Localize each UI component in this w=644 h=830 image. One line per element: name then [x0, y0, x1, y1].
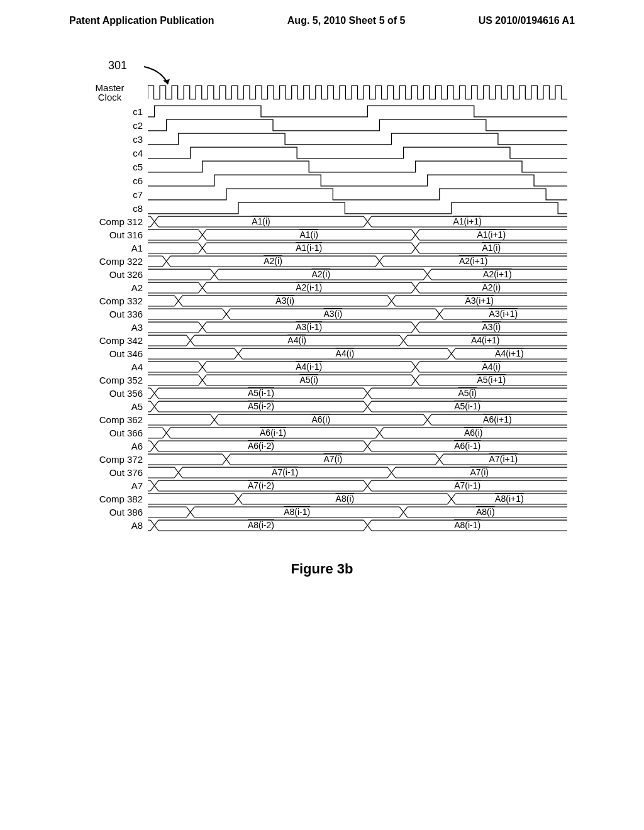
clock-label: c6	[77, 175, 148, 186]
signal-value: A7(i)	[470, 467, 489, 477]
signal-label: Comp 312	[77, 216, 148, 227]
signal-value: A3(i-1)	[296, 322, 322, 332]
clock-label: c4	[77, 148, 148, 158]
signal-label: A7	[77, 480, 148, 491]
signal-row: Comp 362A6(i)A6(i+1)	[77, 413, 567, 426]
clock-waveform	[148, 187, 567, 201]
signal-value: A6(i-1)	[260, 428, 286, 438]
clock-row-c4: c4	[77, 146, 567, 160]
signal-value: A8(i-1)	[454, 520, 480, 530]
signal-label: A4	[77, 362, 148, 372]
signal-label: Out 366	[77, 428, 148, 438]
figure-caption: Figure 3b	[0, 561, 644, 577]
signal-value: A8(i-1)	[284, 507, 310, 517]
clock-waveform	[148, 104, 567, 118]
master-clock-label: Master Clock	[77, 83, 148, 102]
signal-row: A1A1(i-1)A1(i)	[77, 241, 567, 255]
signal-row: Comp 352A5(i)A5(i+1)	[77, 374, 567, 387]
signal-waveform: A5(i-1)A5(i)	[148, 387, 567, 400]
signal-waveform: A3(i-1)A3(i)	[148, 321, 567, 334]
signal-label: Out 376	[77, 467, 148, 478]
signal-value: A8(i)	[476, 507, 495, 517]
signal-row: Comp 332A3(i)A3(i+1)	[77, 294, 567, 307]
clock-row-c1: c1	[77, 104, 567, 118]
clock-row-c8: c8	[77, 201, 567, 215]
clock-row-c5: c5	[77, 160, 567, 174]
signal-value: A5(i)	[299, 375, 318, 385]
signal-value: A6(i-2)	[248, 441, 274, 451]
reference-numeral: 301	[108, 59, 127, 72]
signal-label: Out 316	[77, 230, 148, 240]
clock-waveform	[148, 132, 567, 146]
signal-label: Out 326	[77, 269, 148, 280]
clock-row-c7: c7	[77, 187, 567, 201]
signal-value: A5(i)	[458, 388, 477, 398]
signal-label: Out 336	[77, 309, 148, 319]
master-clock-row: Master Clock	[77, 83, 567, 102]
signal-waveform: A1(i-1)A1(i)	[148, 241, 567, 255]
signal-label: Comp 352	[77, 375, 148, 385]
clock-row-c2: c2	[77, 118, 567, 132]
signal-row: Out 326A2(i)A2(i+1)	[77, 268, 567, 281]
signal-value: A2(i)	[264, 256, 282, 266]
signal-waveform: A2(i)A2(i+1)	[148, 255, 567, 268]
signal-waveform: A2(i-1)A2(i)	[148, 281, 567, 294]
signal-value: A3(i)	[275, 296, 294, 306]
signal-row: A7A7(i-2)A7(i-1)	[77, 479, 567, 492]
clock-waveform	[148, 160, 567, 174]
master-clock-waveform	[148, 83, 567, 102]
signal-value: A7(i+1)	[489, 454, 518, 464]
signal-row: A6A6(i-2)A6(i-1)	[77, 440, 567, 453]
signal-value: A3(i)	[482, 322, 501, 332]
signal-value: A5(i+1)	[477, 375, 506, 385]
signal-value: A1(i)	[252, 216, 270, 226]
signal-value: A2(i)	[482, 282, 501, 292]
clock-label: c7	[77, 189, 148, 200]
signal-row: Out 376A7(i-1)A7(i)	[77, 466, 567, 479]
signal-label: A2	[77, 282, 148, 293]
signal-row: Out 346A4(i)A4(i+1)	[77, 347, 567, 360]
signal-waveform: A5(i-2)A5(i-1)	[148, 400, 567, 413]
timing-diagram: 301 Master Clock c1c2c3c4c5c6c7c8 Comp 3…	[77, 83, 567, 532]
signal-row: A4A4(i-1)A4(i)	[77, 360, 567, 374]
signal-row: Out 316A1(i)A1(i+1)	[77, 228, 567, 241]
signal-row: Out 386A8(i-1)A8(i)	[77, 506, 567, 519]
signal-value: A4(i)	[287, 335, 306, 345]
signal-row: A3A3(i-1)A3(i)	[77, 321, 567, 334]
signal-waveform: A8(i-1)A8(i)	[148, 506, 567, 519]
signal-row: Comp 372A7(i)A7(i+1)	[77, 453, 567, 466]
signal-label: Comp 382	[77, 494, 148, 504]
clock-label: c1	[77, 106, 148, 117]
signal-value: A6(i)	[464, 428, 483, 438]
signal-value: A4(i+1)	[495, 348, 524, 358]
signal-value: A1(i)	[482, 243, 501, 253]
signal-label: Comp 342	[77, 335, 148, 346]
signal-value: A1(i-1)	[296, 243, 322, 253]
signal-label: Out 346	[77, 348, 148, 359]
signal-value: A2(i-1)	[296, 282, 322, 292]
signal-value: A2(i)	[311, 269, 330, 279]
signal-waveform: A6(i)A6(i+1)	[148, 413, 567, 426]
signal-value: A6(i-1)	[454, 441, 480, 451]
signal-waveform: A3(i)A3(i+1)	[148, 307, 567, 321]
signal-value: A4(i)	[482, 362, 501, 372]
signal-value: A7(i)	[324, 454, 343, 464]
signal-waveform: A7(i-2)A7(i-1)	[148, 479, 567, 492]
signal-label: Comp 322	[77, 256, 148, 267]
signal-value: A6(i)	[311, 414, 330, 424]
header-center: Aug. 5, 2010 Sheet 5 of 5	[287, 15, 406, 26]
signal-value: A3(i+1)	[489, 309, 518, 319]
signal-waveform: A2(i)A2(i+1)	[148, 268, 567, 281]
signal-value: A7(i-1)	[272, 467, 298, 477]
signal-value: A1(i+1)	[453, 216, 482, 226]
signal-label: A3	[77, 322, 148, 333]
signal-value: A5(i-2)	[248, 401, 274, 411]
signal-waveform: A7(i)A7(i+1)	[148, 453, 567, 466]
clock-waveform	[148, 201, 567, 215]
signal-label: Comp 332	[77, 296, 148, 306]
signal-label: A6	[77, 441, 148, 451]
signal-label: A8	[77, 520, 148, 531]
signal-row: A2A2(i-1)A2(i)	[77, 281, 567, 294]
signal-waveform: A4(i)A4(i+1)	[148, 334, 567, 347]
signal-value: A8(i+1)	[495, 494, 524, 504]
